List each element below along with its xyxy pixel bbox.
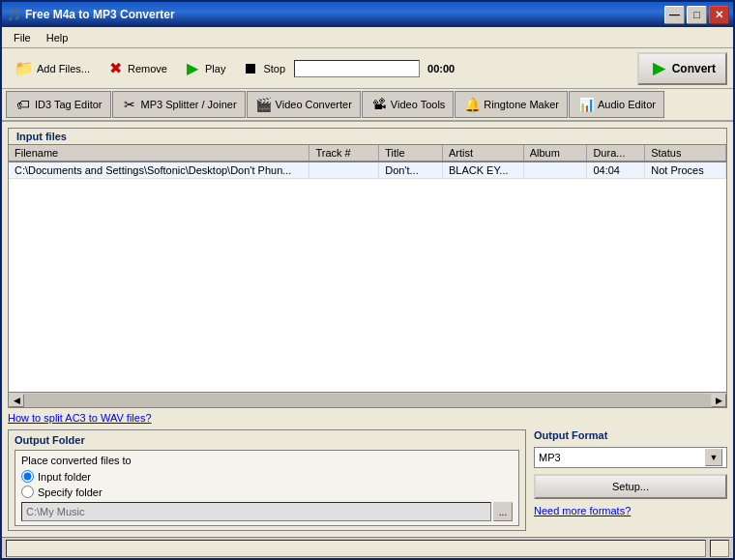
- bottom-section: Output Folder Place converted files to I…: [8, 429, 727, 531]
- play-icon: ▶: [183, 59, 202, 78]
- maximize-button[interactable]: □: [687, 6, 707, 24]
- cell-status: Not Proces: [645, 162, 726, 179]
- tab-video-converter[interactable]: 🎬 Video Converter: [247, 91, 361, 118]
- video-tools-label: Video Tools: [391, 99, 445, 110]
- main-window: 🎵 Free M4a to MP3 Converter — □ ✕ File H…: [0, 0, 735, 560]
- folder-browse-button[interactable]: ...: [493, 502, 513, 521]
- add-files-button[interactable]: 📁 Add Files...: [8, 52, 97, 85]
- status-panel-main: [6, 540, 706, 557]
- audio-editor-icon: 📊: [577, 96, 595, 113]
- tab-video-tools[interactable]: 📽 Video Tools: [362, 91, 454, 118]
- radio-group: Input folder Specify folder: [21, 470, 513, 498]
- format-select-arrow: ▼: [705, 449, 722, 466]
- need-more-formats-link[interactable]: Need more formats?: [534, 505, 727, 516]
- add-files-icon: 📁: [15, 59, 34, 78]
- input-files-legend: Input files: [9, 129, 726, 145]
- scroll-left-arrow[interactable]: ◀: [9, 394, 24, 407]
- col-album: Album: [523, 145, 587, 162]
- id3-tag-label: ID3 Tag Editor: [35, 99, 103, 110]
- tab-id3-tag-editor[interactable]: 🏷 ID3 Tag Editor: [6, 91, 111, 118]
- output-folder-inner: Place converted files to Input folder Sp…: [15, 450, 519, 526]
- output-folder-group: Output Folder Place converted files to I…: [8, 429, 526, 531]
- radio-input-folder-input[interactable]: [21, 470, 34, 483]
- time-display: 00:00: [422, 63, 460, 74]
- title-bar-buttons: — □ ✕: [664, 6, 729, 24]
- file-table: Filename Track # Title Artist Album Dura…: [9, 145, 726, 179]
- cell-title: Don't...: [379, 162, 443, 179]
- video-converter-icon: 🎬: [255, 96, 273, 113]
- convert-label: Convert: [672, 62, 716, 75]
- cell-track: [309, 162, 379, 179]
- title-bar: 🎵 Free M4a to MP3 Converter — □ ✕: [2, 2, 733, 27]
- folder-path-input[interactable]: [21, 502, 491, 521]
- tab-audio-editor[interactable]: 📊 Audio Editor: [569, 91, 664, 118]
- radio-specify-folder[interactable]: Specify folder: [21, 486, 513, 498]
- stop-icon: ⏹: [241, 59, 260, 78]
- scroll-right-arrow[interactable]: ▶: [711, 394, 726, 407]
- add-files-label: Add Files...: [37, 63, 90, 74]
- id3-tag-icon: 🏷: [15, 96, 32, 113]
- radio-specify-folder-label: Specify folder: [38, 486, 103, 498]
- ringtone-label: Ringtone Maker: [484, 99, 559, 110]
- format-select[interactable]: MP3 ▼: [534, 447, 727, 468]
- input-files-group: Input files Filename Track # Title Artis…: [8, 128, 727, 408]
- radio-input-folder-label: Input folder: [38, 471, 91, 483]
- minimize-button[interactable]: —: [664, 6, 685, 24]
- format-selected-value: MP3: [539, 452, 561, 463]
- horizontal-scrollbar[interactable]: ◀ ▶: [9, 392, 726, 407]
- remove-button[interactable]: ✖ Remove: [99, 52, 174, 85]
- main-content: Input files Filename Track # Title Artis…: [2, 122, 733, 537]
- close-button[interactable]: ✕: [709, 6, 729, 24]
- play-label: Play: [205, 63, 225, 74]
- video-converter-label: Video Converter: [276, 99, 352, 110]
- remove-icon: ✖: [105, 59, 125, 78]
- output-format-group: Output Format MP3 ▼ Setup... Need more f…: [534, 429, 727, 531]
- split-link[interactable]: How to split AC3 to WAV files?: [8, 412, 727, 424]
- menu-bar: File Help: [2, 27, 733, 48]
- col-artist: Artist: [442, 145, 523, 162]
- setup-label: Setup...: [612, 481, 649, 492]
- convert-button[interactable]: ▶ Convert: [637, 52, 727, 85]
- remove-label: Remove: [128, 63, 167, 74]
- cell-duration: 04:04: [587, 162, 645, 179]
- radio-input-folder[interactable]: Input folder: [21, 470, 513, 483]
- tab-ringtone-maker[interactable]: 🔔 Ringtone Maker: [455, 91, 568, 118]
- col-title: Title: [379, 145, 443, 162]
- cell-filename: C:\Documents and Settings\Softonic\Deskt…: [9, 162, 309, 179]
- menu-file[interactable]: File: [6, 30, 39, 45]
- table-row[interactable]: C:\Documents and Settings\Softonic\Deskt…: [9, 162, 726, 179]
- scroll-track[interactable]: [24, 394, 711, 407]
- convert-icon: ▶: [649, 59, 668, 78]
- output-folder-title: Output Folder: [15, 434, 519, 446]
- setup-button[interactable]: Setup...: [534, 474, 727, 499]
- status-panel-right: [710, 540, 729, 557]
- window-title: Free M4a to MP3 Converter: [25, 8, 661, 21]
- status-bar: [2, 537, 733, 558]
- output-folder-sub-label: Place converted files to: [21, 455, 513, 466]
- col-duration: Dura...: [587, 145, 645, 162]
- stop-label: Stop: [263, 63, 285, 74]
- file-table-scroll[interactable]: Filename Track # Title Artist Album Dura…: [9, 145, 726, 392]
- cell-artist: BLACK EY...: [442, 162, 523, 179]
- col-filename: Filename: [9, 145, 309, 162]
- col-status: Status: [645, 145, 726, 162]
- menu-help[interactable]: Help: [39, 30, 76, 45]
- video-tools-icon: 📽: [370, 96, 388, 113]
- mp3-splitter-icon: ✂: [121, 96, 138, 113]
- app-icon: 🎵: [6, 7, 21, 22]
- stop-button[interactable]: ⏹ Stop: [234, 52, 292, 85]
- output-format-title: Output Format: [534, 429, 727, 441]
- toolbar: 📁 Add Files... ✖ Remove ▶ Play ⏹ Stop 00…: [2, 48, 733, 89]
- tool-tabs-bar: 🏷 ID3 Tag Editor ✂ MP3 Splitter / Joiner…: [2, 89, 733, 122]
- col-track: Track #: [309, 145, 379, 162]
- progress-bar: [294, 60, 420, 77]
- cell-album: [523, 162, 587, 179]
- tab-mp3-splitter[interactable]: ✂ MP3 Splitter / Joiner: [112, 91, 246, 118]
- radio-specify-folder-input[interactable]: [21, 486, 34, 498]
- audio-editor-label: Audio Editor: [598, 99, 656, 110]
- play-button[interactable]: ▶ Play: [176, 52, 232, 85]
- ringtone-icon: 🔔: [463, 96, 481, 113]
- mp3-splitter-label: MP3 Splitter / Joiner: [141, 99, 237, 110]
